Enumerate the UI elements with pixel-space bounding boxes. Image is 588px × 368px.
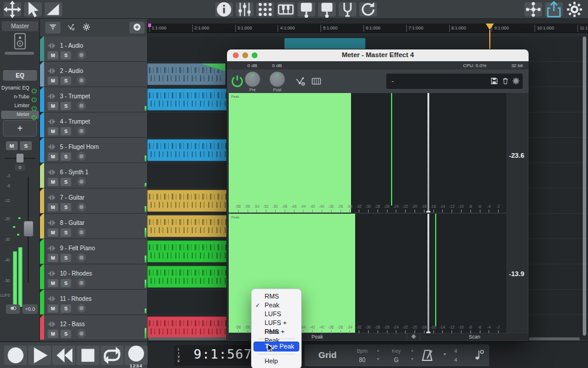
mute-button[interactable]: M	[48, 203, 58, 211]
vertical-scrollbar[interactable]	[583, 37, 586, 336]
info-button[interactable]	[215, 2, 233, 16]
menu-item-rms-peak[interactable]: RMS + Peak	[252, 327, 301, 336]
track-row[interactable]: 1 - AudioMS	[40, 37, 147, 62]
mute-button[interactable]: M	[48, 51, 58, 59]
mute-button[interactable]: M	[48, 330, 58, 338]
master-effect-item[interactable]: Meter	[1, 111, 39, 119]
record-arm-button[interactable]	[77, 76, 86, 85]
power-icon[interactable]	[31, 85, 37, 91]
mute-button[interactable]: M	[48, 178, 58, 186]
solo-button[interactable]: S	[61, 102, 71, 110]
stereo-mode-button[interactable]	[6, 304, 20, 314]
plugin-automation-button[interactable]	[295, 76, 306, 87]
master-effect-item[interactable]: Limiter	[1, 102, 39, 110]
track-name[interactable]: 12 - Bass	[60, 321, 85, 327]
metronome-button[interactable]	[420, 348, 435, 363]
track-row[interactable]: 3 - TrumpetMS	[40, 87, 147, 112]
preset-selector[interactable]: -	[386, 74, 523, 89]
solo-button[interactable]: S	[61, 178, 71, 186]
solo-button[interactable]: S	[61, 51, 71, 59]
record-arm-button[interactable]	[77, 203, 86, 211]
menu-item-peak[interactable]: ✓Peak	[252, 301, 301, 310]
timeline-ruler[interactable]: 1:1:0002:1:0003:1:0004:1:0005:1:0006:1:0…	[147, 24, 588, 33]
record-arm-button[interactable]	[77, 253, 86, 262]
record-arm-button[interactable]	[77, 177, 86, 186]
plugin-power-button[interactable]	[230, 74, 244, 88]
preset-settings-button[interactable]	[512, 77, 520, 85]
tempo-note-button[interactable]	[472, 349, 485, 362]
master-mute-button[interactable]: M	[6, 141, 18, 150]
mute-button[interactable]: M	[48, 77, 58, 85]
move-tool-button[interactable]	[4, 2, 21, 16]
scan-cursor-line[interactable]	[427, 93, 429, 213]
record-button[interactable]	[4, 346, 27, 365]
master-effects-button[interactable]	[318, 2, 336, 16]
menu-item-lufs-peak[interactable]: LUFS + Peak	[252, 319, 301, 327]
track-row[interactable]: 6 - Synth 1MS	[40, 163, 147, 188]
master-fader-handle[interactable]	[24, 221, 34, 237]
track-row[interactable]: 10 - RhodesMS	[40, 264, 147, 290]
settings-button[interactable]	[566, 2, 583, 16]
key-up-arrow[interactable]: ▲	[410, 349, 414, 352]
record-arm-button[interactable]	[77, 152, 86, 161]
record-arm-button[interactable]	[77, 228, 86, 237]
track-name[interactable]: 8 - Guitar	[60, 220, 85, 226]
track-name[interactable]: 7 - Guitar	[60, 194, 85, 201]
tuner-button[interactable]	[339, 2, 356, 16]
menu-item-help[interactable]: Help	[252, 357, 301, 366]
time-display[interactable]: LIVE 9:1:567	[174, 345, 261, 366]
track-name[interactable]: 9 - Felt Piano	[60, 245, 95, 251]
record-arm-button[interactable]	[77, 329, 86, 338]
track-settings-button[interactable]	[81, 23, 91, 33]
save-preset-button[interactable]	[490, 77, 498, 85]
time-signature-bottom[interactable]: 4	[452, 357, 460, 363]
mixer-button[interactable]	[236, 2, 253, 16]
master-zoom-slider[interactable]	[5, 52, 34, 55]
key-down-arrow[interactable]: ▼	[410, 357, 414, 361]
pre-gain-knob[interactable]	[245, 71, 260, 87]
bpm-value[interactable]: 80	[350, 357, 374, 363]
track-name[interactable]: 2 - Audio	[60, 68, 83, 74]
mute-button[interactable]: M	[48, 304, 58, 313]
track-name[interactable]: 3 - Trumpet	[60, 93, 90, 100]
post-gain-knob[interactable]	[269, 71, 285, 87]
fade-tool-button[interactable]	[45, 2, 62, 16]
record-arm-button[interactable]	[77, 51, 86, 59]
loop-button[interactable]	[101, 346, 123, 365]
time-signature-top[interactable]: 4	[452, 348, 460, 354]
count-in-button[interactable]: 1234	[125, 346, 148, 365]
automation-button[interactable]	[66, 23, 76, 33]
menu-item-rms[interactable]: RMS	[252, 292, 301, 301]
track-row[interactable]: 9 - Felt PianoMS	[40, 239, 147, 264]
audio-clip[interactable]	[147, 63, 226, 85]
add-effect-button[interactable]: +	[3, 120, 37, 137]
solo-button[interactable]: S	[61, 254, 71, 262]
grid-label[interactable]: Grid	[312, 350, 343, 360]
master-effect-item[interactable]: Dynamic EQ	[1, 84, 39, 92]
key-value[interactable]: G	[385, 357, 408, 363]
midi-keyboard-button[interactable]	[312, 77, 321, 85]
record-arm-button[interactable]	[77, 101, 86, 110]
solo-button[interactable]: S	[61, 203, 71, 211]
track-row[interactable]: 8 - GuitarMS	[40, 214, 147, 239]
record-arm-button[interactable]	[77, 304, 86, 313]
track-row[interactable]: 12 - BassMS	[40, 315, 147, 340]
solo-button[interactable]: S	[61, 279, 71, 287]
track-effects-button[interactable]	[298, 2, 315, 16]
menu-item-true-peak[interactable]: True Peak	[253, 342, 299, 352]
mute-button[interactable]: M	[48, 279, 58, 287]
mute-button[interactable]: M	[48, 127, 58, 135]
track-name[interactable]: 4 - Trumpet	[60, 118, 90, 125]
mute-button[interactable]: M	[48, 254, 58, 262]
arrow-select-tool-button[interactable]	[24, 2, 42, 16]
power-icon[interactable]	[31, 112, 37, 118]
master-effect-item[interactable]: n-Tube	[1, 93, 39, 101]
track-name[interactable]: 11 - Rhodes	[60, 296, 92, 302]
marker-flag[interactable]	[148, 24, 151, 27]
solo-button[interactable]: S	[61, 304, 71, 313]
stop-button[interactable]	[76, 346, 99, 365]
share-button[interactable]	[545, 2, 563, 16]
record-arm-button[interactable]	[77, 127, 86, 135]
track-row[interactable]: 4 - TrumpetMS	[40, 112, 147, 138]
sync-button[interactable]	[359, 2, 377, 16]
